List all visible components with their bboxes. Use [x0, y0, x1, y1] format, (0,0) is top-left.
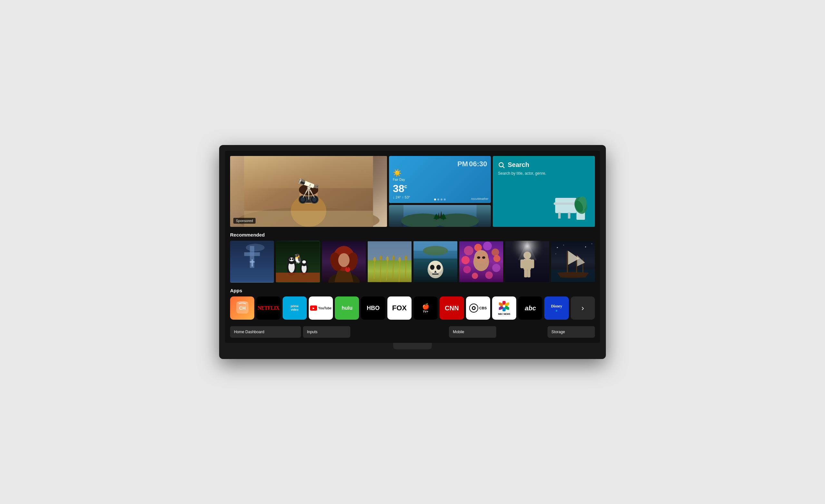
youtube-logo: YouTube — [310, 305, 331, 311]
netflix-logo: NETFLIX — [256, 304, 280, 312]
svg-point-56 — [373, 257, 376, 262]
svg-rect-102 — [567, 251, 568, 273]
svg-point-123 — [503, 305, 505, 307]
rec-item-2[interactable] — [276, 241, 320, 283]
youtube-play-icon — [310, 305, 317, 311]
bottom-nav: Home Dashboard Inputs Mobile Storage — [230, 325, 595, 338]
svg-point-86 — [472, 273, 478, 279]
svg-point-109 — [585, 246, 586, 247]
svg-point-108 — [563, 244, 564, 245]
nbc-logo: NBC NEWS — [498, 301, 510, 315]
rec-item-5[interactable] — [414, 241, 457, 283]
main-content: Sponsored PM 06:30 ☀️ Fair Day — [225, 151, 600, 343]
svg-point-8 — [310, 196, 318, 203]
nav-inputs[interactable]: Inputs — [303, 326, 350, 338]
prime-logo: primevideo — [291, 304, 299, 312]
more-icon: › — [581, 303, 584, 312]
svg-point-87 — [485, 271, 493, 279]
app-more[interactable]: › — [571, 296, 595, 320]
weather-dots — [434, 199, 446, 201]
app-disney[interactable]: Disney + — [544, 296, 569, 320]
app-hbo[interactable]: HBO — [361, 296, 385, 320]
svg-point-91 — [482, 256, 485, 259]
search-card[interactable]: Search Search by title, actor, genre. — [493, 156, 595, 227]
svg-rect-1 — [244, 156, 373, 188]
app-ch[interactable]: CH — [230, 296, 254, 320]
tv-screen: Sponsored PM 06:30 ☀️ Fair Day — [225, 151, 600, 343]
svg-point-90 — [477, 256, 480, 259]
weather-range: ↓ 24° ↑ 53° — [393, 195, 410, 199]
svg-rect-96 — [520, 260, 524, 268]
landscape-card[interactable] — [389, 205, 491, 227]
svg-point-38 — [289, 258, 291, 260]
app-abc[interactable]: abc — [518, 296, 542, 320]
weather-dot-3 — [441, 199, 443, 201]
app-nbc-news[interactable]: NBC NEWS — [492, 296, 516, 320]
rec-item-3[interactable] — [322, 241, 366, 283]
accuweather-badge: AccuWeather — [471, 197, 489, 201]
svg-point-62 — [392, 256, 395, 261]
hero-sponsored[interactable]: Sponsored — [230, 156, 387, 227]
search-icon — [498, 161, 505, 168]
rec-item-7[interactable] — [505, 241, 549, 283]
svg-point-43 — [302, 261, 306, 264]
svg-rect-95 — [523, 259, 531, 270]
svg-rect-11 — [244, 211, 373, 227]
svg-point-110 — [591, 243, 592, 244]
app-netflix[interactable]: NETFLIX — [256, 296, 280, 320]
fox-logo: FOX — [391, 303, 408, 313]
weather-dot-4 — [444, 199, 446, 201]
tv-stand — [393, 343, 432, 349]
rec-item-6[interactable] — [459, 241, 503, 283]
weather-card[interactable]: PM 06:30 ☀️ Fair Day 38c ↓ — [389, 156, 491, 203]
nav-mobile[interactable]: Mobile — [449, 326, 496, 338]
appletv-logo: 🍎 TV+ — [422, 303, 429, 313]
app-fox[interactable]: FOX — [387, 296, 411, 320]
recommended-section: Recommended — [230, 232, 595, 283]
svg-point-60 — [386, 256, 389, 261]
hulu-logo: hulu — [340, 304, 354, 312]
svg-point-66 — [405, 256, 407, 261]
weather-condition: Fair Day — [393, 178, 410, 182]
hero-section: Sponsored PM 06:30 ☀️ Fair Day — [230, 156, 595, 227]
svg-rect-44 — [276, 273, 320, 282]
app-cnn[interactable]: CNN — [440, 296, 464, 320]
rec-item-4[interactable] — [368, 241, 411, 283]
app-prime-video[interactable]: primevideo — [283, 296, 307, 320]
nav-storage[interactable]: Storage — [547, 326, 595, 338]
svg-point-10 — [312, 197, 316, 202]
svg-point-89 — [474, 250, 488, 264]
cbs-logo: CBS — [469, 303, 486, 312]
svg-rect-52 — [347, 267, 348, 269]
svg-rect-24 — [568, 212, 571, 218]
abc-logo: abc — [524, 303, 537, 313]
svg-point-81 — [492, 248, 499, 256]
svg-rect-23 — [558, 212, 561, 218]
svg-point-32 — [246, 244, 265, 251]
svg-point-111 — [555, 254, 556, 254]
app-cbs[interactable]: CBS — [466, 296, 490, 320]
svg-rect-98 — [524, 269, 527, 277]
svg-point-70 — [423, 246, 448, 255]
svg-point-5 — [299, 184, 318, 196]
app-appletv[interactable]: 🍎 TV+ — [414, 296, 438, 320]
weather-dot-2 — [437, 199, 439, 201]
rec-item-8[interactable] — [551, 241, 595, 283]
apps-section: Apps CH — [230, 288, 595, 320]
svg-point-116 — [473, 307, 475, 309]
svg-point-84 — [463, 266, 471, 273]
tv-frame: Sponsored PM 06:30 ☀️ Fair Day — [219, 145, 606, 359]
app-hulu[interactable]: hulu — [335, 296, 359, 320]
hero-middle: PM 06:30 ☀️ Fair Day 38c ↓ — [389, 156, 491, 227]
hbo-logo: HBO — [365, 303, 381, 313]
svg-point-64 — [398, 257, 401, 262]
svg-point-82 — [461, 256, 469, 264]
svg-rect-76 — [432, 274, 438, 275]
nbc-peacock-icon — [499, 301, 509, 311]
weather-clock: 06:30 — [469, 160, 487, 168]
app-youtube[interactable]: YouTube — [309, 296, 333, 320]
nav-home-dashboard[interactable]: Home Dashboard — [230, 326, 301, 338]
svg-rect-21 — [555, 198, 577, 213]
svg-point-9 — [300, 197, 305, 202]
rec-item-1[interactable] — [230, 241, 274, 283]
